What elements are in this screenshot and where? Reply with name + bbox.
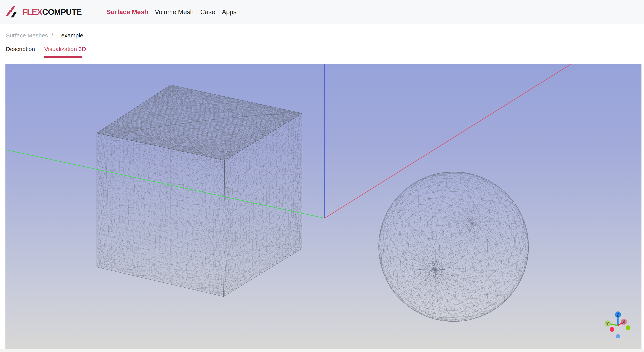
breadcrumb: Surface Meshes / example (6, 32, 83, 39)
nav-apps[interactable]: Apps (222, 8, 237, 16)
brand-text: FLEXCOMPUTE (22, 7, 82, 17)
negative-x-axis-ball[interactable] (610, 327, 614, 332)
brand-compute: COMPUTE (42, 7, 82, 16)
nav-volume-mesh[interactable]: Volume Mesh (154, 8, 194, 16)
nav-case[interactable]: Case (200, 8, 216, 16)
main-nav: Surface Mesh Volume Mesh Case Apps (106, 8, 237, 16)
mesh-scene-canvas[interactable] (6, 64, 642, 349)
page: FLEXCOMPUTE Surface Mesh Volume Mesh Cas… (0, 0, 644, 352)
flexcompute-logo[interactable]: FLEXCOMPUTE (6, 5, 82, 19)
flexcompute-logo-icon (6, 5, 19, 19)
negative-y-axis-ball[interactable] (626, 326, 630, 330)
negative-z-axis-ball[interactable] (616, 334, 620, 339)
tab-description[interactable]: Description (6, 46, 35, 52)
breadcrumb-current: example (61, 32, 83, 39)
breadcrumb-separator: / (52, 32, 53, 39)
y-axis-label: Y (606, 321, 610, 327)
x-axis-label: X (622, 319, 626, 325)
brand-flex: FLEX (22, 7, 42, 16)
tab-visualization-3d[interactable]: Visualization 3D (44, 46, 86, 52)
nav-surface-mesh[interactable]: Surface Mesh (106, 8, 148, 16)
top-nav-bar: FLEXCOMPUTE Surface Mesh Volume Mesh Cas… (0, 0, 644, 24)
y-axis-stem (610, 324, 618, 326)
orientation-gizmo[interactable]: Z X Y (600, 307, 637, 344)
footer-strip (0, 349, 644, 352)
viewport-3d[interactable]: Z X Y (6, 64, 642, 349)
z-axis-label: Z (616, 312, 620, 318)
tabbar-divider (0, 57, 644, 57)
active-tab-underline (44, 56, 82, 58)
breadcrumb-parent[interactable]: Surface Meshes (6, 32, 48, 39)
